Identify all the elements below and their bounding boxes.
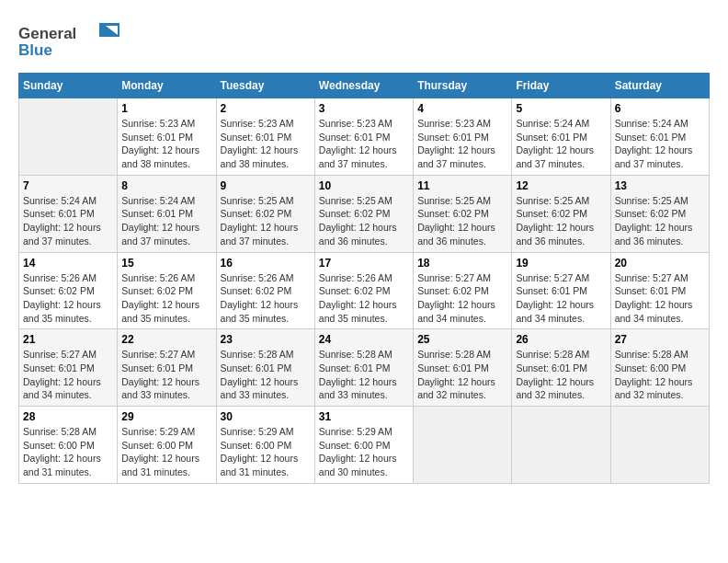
day-number: 23: [221, 333, 311, 346]
day-number: 9: [221, 179, 311, 192]
column-header-monday: Monday: [118, 74, 216, 98]
day-number: 20: [615, 257, 705, 270]
day-number: 8: [121, 179, 211, 192]
day-number: 18: [417, 257, 507, 270]
cell-content: Sunrise: 5:25 AM Sunset: 6:02 PM Dayligh…: [417, 194, 507, 248]
cell-content: Sunrise: 5:25 AM Sunset: 6:02 PM Dayligh…: [615, 194, 705, 248]
calendar-cell: 24Sunrise: 5:28 AM Sunset: 6:01 PM Dayli…: [314, 329, 413, 407]
calendar-cell: 19Sunrise: 5:27 AM Sunset: 6:01 PM Dayli…: [512, 252, 610, 329]
page-header: General Blue: [18, 18, 710, 63]
cell-content: Sunrise: 5:29 AM Sunset: 6:00 PM Dayligh…: [319, 425, 409, 479]
svg-text:General: General: [18, 25, 76, 42]
day-number: 14: [23, 257, 113, 270]
calendar-cell: 18Sunrise: 5:27 AM Sunset: 6:02 PM Dayli…: [414, 252, 512, 329]
cell-content: Sunrise: 5:23 AM Sunset: 6:01 PM Dayligh…: [319, 117, 409, 171]
day-number: 27: [615, 333, 705, 346]
cell-content: Sunrise: 5:27 AM Sunset: 6:01 PM Dayligh…: [516, 271, 606, 326]
calendar-table: SundayMondayTuesdayWednesdayThursdayFrid…: [18, 73, 710, 484]
cell-content: Sunrise: 5:23 AM Sunset: 6:01 PM Dayligh…: [417, 117, 507, 171]
svg-text:Blue: Blue: [18, 41, 52, 59]
day-number: 16: [221, 257, 311, 270]
calendar-cell: 8Sunrise: 5:24 AM Sunset: 6:01 PM Daylig…: [118, 175, 216, 252]
cell-content: Sunrise: 5:28 AM Sunset: 6:01 PM Dayligh…: [319, 348, 409, 402]
calendar-cell: 20Sunrise: 5:27 AM Sunset: 6:01 PM Dayli…: [610, 252, 709, 329]
column-header-tuesday: Tuesday: [216, 74, 314, 98]
cell-content: Sunrise: 5:23 AM Sunset: 6:01 PM Dayligh…: [121, 117, 211, 171]
day-number: 29: [121, 410, 211, 423]
day-number: 13: [615, 179, 705, 192]
calendar-cell: [512, 407, 610, 484]
calendar-week-row: 14Sunrise: 5:26 AM Sunset: 6:02 PM Dayli…: [19, 252, 710, 329]
day-number: 3: [319, 102, 409, 115]
cell-content: Sunrise: 5:26 AM Sunset: 6:02 PM Dayligh…: [221, 271, 311, 326]
day-number: 25: [417, 333, 507, 346]
cell-content: Sunrise: 5:29 AM Sunset: 6:00 PM Dayligh…: [221, 425, 311, 479]
cell-content: Sunrise: 5:28 AM Sunset: 6:01 PM Dayligh…: [417, 348, 507, 402]
calendar-cell: [19, 98, 118, 176]
calendar-cell: 1Sunrise: 5:23 AM Sunset: 6:01 PM Daylig…: [118, 98, 216, 176]
cell-content: Sunrise: 5:26 AM Sunset: 6:02 PM Dayligh…: [319, 271, 409, 326]
calendar-cell: 23Sunrise: 5:28 AM Sunset: 6:01 PM Dayli…: [216, 329, 314, 407]
logo-image: General Blue: [18, 18, 119, 63]
day-number: 28: [23, 410, 113, 423]
calendar-cell: 22Sunrise: 5:27 AM Sunset: 6:01 PM Dayli…: [118, 329, 216, 407]
day-number: 19: [516, 257, 606, 270]
calendar-cell: 9Sunrise: 5:25 AM Sunset: 6:02 PM Daylig…: [216, 175, 314, 252]
day-number: 31: [319, 410, 409, 423]
cell-content: Sunrise: 5:24 AM Sunset: 6:01 PM Dayligh…: [23, 194, 113, 248]
day-number: 24: [319, 333, 409, 346]
calendar-cell: 29Sunrise: 5:29 AM Sunset: 6:00 PM Dayli…: [118, 407, 216, 484]
calendar-week-row: 28Sunrise: 5:28 AM Sunset: 6:00 PM Dayli…: [19, 407, 710, 484]
calendar-cell: 31Sunrise: 5:29 AM Sunset: 6:00 PM Dayli…: [314, 407, 413, 484]
calendar-cell: 11Sunrise: 5:25 AM Sunset: 6:02 PM Dayli…: [414, 175, 512, 252]
logo: General Blue: [18, 18, 119, 63]
cell-content: Sunrise: 5:28 AM Sunset: 6:01 PM Dayligh…: [221, 348, 311, 402]
cell-content: Sunrise: 5:23 AM Sunset: 6:01 PM Dayligh…: [221, 117, 311, 171]
calendar-cell: 15Sunrise: 5:26 AM Sunset: 6:02 PM Dayli…: [118, 252, 216, 329]
calendar-cell: 2Sunrise: 5:23 AM Sunset: 6:01 PM Daylig…: [216, 98, 314, 176]
cell-content: Sunrise: 5:26 AM Sunset: 6:02 PM Dayligh…: [121, 271, 211, 326]
day-number: 1: [121, 102, 211, 115]
day-number: 26: [516, 333, 606, 346]
calendar-week-row: 21Sunrise: 5:27 AM Sunset: 6:01 PM Dayli…: [19, 329, 710, 407]
day-number: 2: [221, 102, 311, 115]
calendar-cell: 21Sunrise: 5:27 AM Sunset: 6:01 PM Dayli…: [19, 329, 118, 407]
calendar-cell: 4Sunrise: 5:23 AM Sunset: 6:01 PM Daylig…: [414, 98, 512, 176]
cell-content: Sunrise: 5:29 AM Sunset: 6:00 PM Dayligh…: [121, 425, 211, 479]
calendar-cell: 27Sunrise: 5:28 AM Sunset: 6:00 PM Dayli…: [610, 329, 709, 407]
calendar-cell: 17Sunrise: 5:26 AM Sunset: 6:02 PM Dayli…: [314, 252, 413, 329]
calendar-cell: 14Sunrise: 5:26 AM Sunset: 6:02 PM Dayli…: [19, 252, 118, 329]
cell-content: Sunrise: 5:28 AM Sunset: 6:00 PM Dayligh…: [615, 348, 705, 402]
cell-content: Sunrise: 5:26 AM Sunset: 6:02 PM Dayligh…: [23, 271, 113, 326]
calendar-cell: 26Sunrise: 5:28 AM Sunset: 6:01 PM Dayli…: [512, 329, 610, 407]
calendar-cell: 5Sunrise: 5:24 AM Sunset: 6:01 PM Daylig…: [512, 98, 610, 176]
day-number: 4: [417, 102, 507, 115]
cell-content: Sunrise: 5:28 AM Sunset: 6:01 PM Dayligh…: [516, 348, 606, 402]
day-number: 22: [121, 333, 211, 346]
cell-content: Sunrise: 5:24 AM Sunset: 6:01 PM Dayligh…: [615, 117, 705, 171]
column-header-sunday: Sunday: [19, 74, 118, 98]
calendar-cell: 13Sunrise: 5:25 AM Sunset: 6:02 PM Dayli…: [610, 175, 709, 252]
calendar-cell: 28Sunrise: 5:28 AM Sunset: 6:00 PM Dayli…: [19, 407, 118, 484]
day-number: 10: [319, 179, 409, 192]
cell-content: Sunrise: 5:24 AM Sunset: 6:01 PM Dayligh…: [121, 194, 211, 248]
calendar-cell: 16Sunrise: 5:26 AM Sunset: 6:02 PM Dayli…: [216, 252, 314, 329]
cell-content: Sunrise: 5:25 AM Sunset: 6:02 PM Dayligh…: [516, 194, 606, 248]
calendar-cell: 3Sunrise: 5:23 AM Sunset: 6:01 PM Daylig…: [314, 98, 413, 176]
column-header-thursday: Thursday: [414, 74, 512, 98]
calendar-week-row: 7Sunrise: 5:24 AM Sunset: 6:01 PM Daylig…: [19, 175, 710, 252]
cell-content: Sunrise: 5:27 AM Sunset: 6:01 PM Dayligh…: [615, 271, 705, 326]
calendar-cell: 6Sunrise: 5:24 AM Sunset: 6:01 PM Daylig…: [610, 98, 709, 176]
day-number: 21: [23, 333, 113, 346]
day-number: 5: [516, 102, 606, 115]
calendar-cell: 25Sunrise: 5:28 AM Sunset: 6:01 PM Dayli…: [414, 329, 512, 407]
day-number: 11: [417, 179, 507, 192]
calendar-cell: [610, 407, 709, 484]
day-number: 6: [615, 102, 705, 115]
column-header-wednesday: Wednesday: [314, 74, 413, 98]
cell-content: Sunrise: 5:25 AM Sunset: 6:02 PM Dayligh…: [221, 194, 311, 248]
cell-content: Sunrise: 5:27 AM Sunset: 6:02 PM Dayligh…: [417, 271, 507, 326]
calendar-header-row: SundayMondayTuesdayWednesdayThursdayFrid…: [19, 74, 710, 98]
day-number: 15: [121, 257, 211, 270]
day-number: 7: [23, 179, 113, 192]
